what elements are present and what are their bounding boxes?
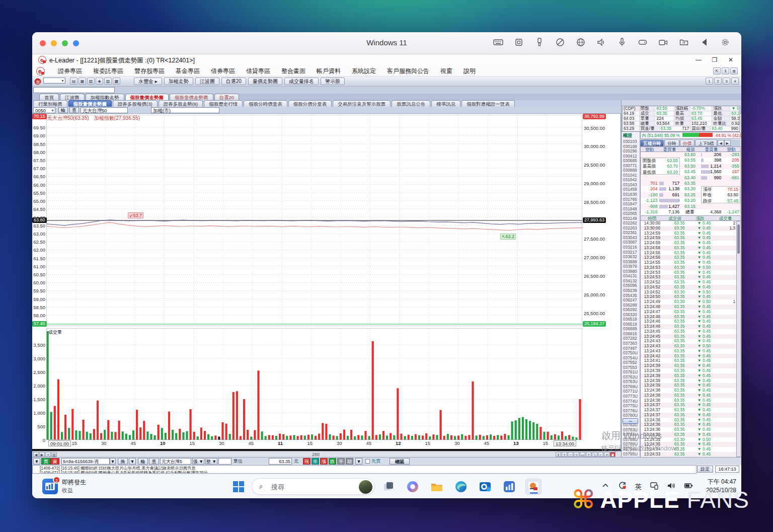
query-button-2[interactable]: 查	[149, 458, 159, 465]
tab2-0[interactable]: 行業別報價	[33, 100, 67, 107]
maximize-button[interactable]: ❐	[707, 56, 722, 64]
tab2-5[interactable]: 個股分時價量表	[244, 100, 287, 107]
menu-3[interactable]: 基金專區	[170, 66, 205, 77]
tab2-7[interactable]: 交易所注意及警示股票	[333, 100, 391, 107]
tab2-1[interactable]: 個股量價走勢圖	[68, 100, 112, 107]
chip-icon[interactable]	[514, 37, 524, 47]
tab2-10[interactable]: 個股對應權證一覽表	[461, 100, 515, 107]
mini-layout-icon[interactable]: ⇕	[722, 67, 729, 74]
mini-list-icon[interactable]: ≣	[730, 67, 738, 74]
toolbar-symbol-combo[interactable]: ▼	[43, 78, 65, 84]
toolbar-stock-icon[interactable]: 股	[34, 78, 41, 85]
menu-4[interactable]: 借券專區	[205, 66, 241, 77]
close-button[interactable]: ✕	[723, 56, 738, 64]
tab2-8[interactable]: 股票訊息公告	[392, 100, 430, 107]
stocks-icon[interactable]	[501, 479, 517, 495]
menu-1[interactable]: 複委託專區	[88, 66, 129, 77]
keyboard-icon[interactable]	[493, 37, 503, 47]
explorer-icon[interactable]	[429, 479, 445, 495]
price-input[interactable]: 63.35	[269, 458, 292, 465]
tab1-3[interactable]: 個股量價走勢圖	[125, 94, 169, 100]
book-mini-icon[interactable]: ▨	[104, 78, 112, 85]
widgets-button[interactable]: 2 即將發生 收益	[42, 478, 86, 494]
news-ticker[interactable]: [1408-472] [16:15:46] 國際財經:日財務大臣片山舉月檔,美方…	[32, 465, 697, 474]
tab2-6[interactable]: 個股分價分量表	[288, 100, 332, 107]
quick-search-input[interactable]	[33, 87, 115, 93]
time-sales-table[interactable]: 14:30:0063.35▼ 0.45213:30:0063.35▼ 0.451…	[640, 221, 736, 457]
back-icon[interactable]	[700, 37, 710, 47]
chart-pane[interactable]: 元大台灣50(63.35) 加權指數(27,936.55) 成交量 69.506…	[32, 114, 621, 457]
flag-mini-icon[interactable]: ▩	[113, 78, 120, 85]
camera-icon[interactable]	[658, 37, 668, 47]
scrollbar-thumb[interactable]	[737, 224, 740, 254]
warrant-list[interactable]: 權證 0301030301690302960304120306850307710…	[622, 132, 640, 457]
tab1-1[interactable]: 江波圖	[60, 94, 85, 100]
warrant-more-button[interactable]: ▪▪▪	[623, 418, 638, 424]
scroll-ctl-right-6[interactable]: ╲	[592, 452, 597, 457]
edge-icon[interactable]	[453, 479, 469, 495]
mic-icon[interactable]	[617, 37, 627, 47]
book-arrow-0[interactable]: ◀	[718, 140, 724, 146]
tab1-4[interactable]: 個股量價走勢圖	[170, 94, 213, 100]
menu-7[interactable]: 帳戶資料	[311, 66, 346, 77]
copilot-icon[interactable]	[405, 479, 421, 495]
menu-10[interactable]: 視窗	[435, 66, 458, 77]
account-box[interactable]: 9A9a-6156638-資	[61, 458, 110, 465]
chart-mini-icon[interactable]: ▤	[70, 78, 78, 85]
qty-input[interactable]	[218, 458, 231, 465]
page-buttons[interactable]: 1234	[705, 78, 739, 85]
query-button[interactable]: 查	[69, 107, 79, 113]
toolbar-button-1[interactable]: 加權走勢	[164, 78, 193, 85]
scroll-ctl-right-2[interactable]: −	[568, 452, 573, 457]
tab2-2[interactable]: 證券多股報價(3)	[113, 100, 158, 107]
toolbar-mini-icons[interactable]: ▤▦▧◈▨▩	[69, 78, 121, 85]
grid-mini-icon[interactable]: ▦	[79, 78, 86, 85]
tab1-5[interactable]: 自選20	[214, 94, 240, 100]
net-off-icon[interactable]	[555, 37, 565, 47]
account-combo[interactable]: ▼	[110, 458, 116, 465]
scroll-ctl-left-2[interactable]: ≡	[45, 452, 51, 457]
menu-9[interactable]: 客戶服務與公告	[381, 66, 435, 77]
scroll-ctl-right-0[interactable]: ‖	[556, 452, 561, 457]
price-flag-1[interactable]: 市	[312, 458, 319, 465]
search-highlight-image[interactable]	[359, 480, 372, 494]
ticks-scrollbar[interactable]	[736, 221, 741, 457]
scroll-ctl-left-3[interactable]: ▥	[51, 452, 57, 457]
doc-mini-icon[interactable]: ▧	[87, 78, 95, 85]
menu-2[interactable]: 豐存股專區	[129, 66, 170, 77]
chart-scrollbar-row[interactable]: 280 ◀▶≡▥ ‖+−>▭+╲⌐≡▣	[32, 451, 621, 457]
minimize-button[interactable]: —	[691, 56, 706, 64]
menu-0[interactable]: 證券專區	[52, 66, 88, 77]
swap-button[interactable]: 換	[118, 458, 128, 465]
task-view-button[interactable]	[380, 479, 397, 495]
mini-restore-icon[interactable]: ⇱	[713, 67, 721, 74]
order-symbol-input[interactable]: 元大台灣5	[160, 458, 191, 465]
symbol-name-box[interactable]: 元大台灣50	[81, 107, 128, 113]
presell-checkbox[interactable]	[365, 459, 370, 464]
price-chart[interactable]	[46, 115, 582, 326]
app-titlebar[interactable]: e e-Leader - [[1221]個股量價走勢圖 :(0) TR<1224…	[32, 54, 741, 66]
qty-unit-combo[interactable]: 張 ▼	[192, 458, 204, 465]
usb-icon[interactable]	[534, 37, 545, 47]
search-box[interactable]: ⌕ 搜尋	[252, 478, 375, 495]
book-tab-2[interactable]: 分價	[680, 139, 695, 146]
flag-combo[interactable]: ▼	[355, 458, 362, 465]
menu-8[interactable]: 系統設定	[346, 66, 381, 77]
toolbar-button-2[interactable]: 江波圖	[195, 78, 219, 85]
volume-chart[interactable]	[46, 328, 582, 440]
wheel-button[interactable]: 輪	[58, 107, 68, 113]
page-button-1[interactable]: 1	[706, 78, 713, 85]
order-combo-arrow[interactable]: ▼	[33, 458, 40, 465]
scroll-ctl-right-5[interactable]: +	[586, 452, 591, 457]
page-button-2[interactable]: 2	[714, 78, 722, 85]
speaker-icon[interactable]	[596, 37, 606, 47]
warrant-codes[interactable]: 0301030301690302960304120306850307710308…	[622, 139, 640, 457]
lot-type-combo[interactable]: 整 ▼	[205, 458, 217, 465]
price-flag-0[interactable]: 現	[303, 458, 311, 465]
sell-button[interactable]: 賣	[50, 458, 59, 465]
scroll-ctl-right-3[interactable]: >	[574, 452, 579, 457]
vm-window[interactable]: Windows 11 e e-Leader - [[1221]個股量價走勢圖 :…	[32, 32, 741, 498]
toolbar-button-0[interactable]: 永豐金 ▸	[134, 78, 162, 85]
book-tab-1[interactable]: 分時	[664, 139, 679, 146]
symbol-code-combo[interactable]: 0050▼	[33, 107, 55, 113]
